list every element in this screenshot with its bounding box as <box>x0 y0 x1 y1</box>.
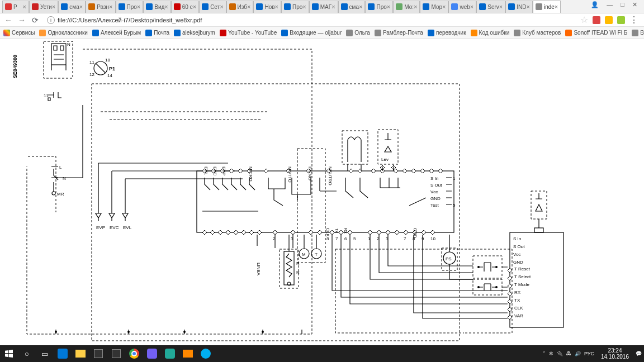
tab-strip: Р×Усти×сма×Разн×Про×Вид×60 с×Сет×Изб×Нов… <box>0 0 644 13</box>
tab-close-icon[interactable]: × <box>555 3 558 10</box>
tab-close-icon[interactable]: × <box>164 3 168 10</box>
tab-close-icon[interactable]: × <box>332 3 335 10</box>
bookmark-4[interactable]: YouTube - YouTube <box>220 30 277 36</box>
tab-close-icon[interactable]: × <box>359 3 362 10</box>
tab-label: Вид <box>154 4 164 10</box>
tab-9[interactable]: Нов× <box>253 1 281 13</box>
tab-3[interactable]: Разн× <box>86 1 115 13</box>
tab-14[interactable]: Мо:× <box>393 1 420 13</box>
minimize-button[interactable]: — <box>607 1 613 8</box>
task-view-button[interactable]: ▭ <box>36 345 54 362</box>
tab-close-icon[interactable]: × <box>302 3 306 10</box>
back-button[interactable]: ← <box>3 15 13 25</box>
tb-store[interactable] <box>89 345 107 362</box>
tab-favicon <box>174 3 181 10</box>
url-field[interactable]: i file:///C:/Users/Алексей-i7/Desktop/in… <box>44 15 577 26</box>
tab-0[interactable]: Р× <box>2 1 29 13</box>
tab-17[interactable]: Serv× <box>476 1 505 13</box>
tab-close-icon[interactable]: × <box>527 3 530 10</box>
tab-close-icon[interactable]: × <box>52 3 55 10</box>
taskbar-clock[interactable]: 23:24 14.10.2016 <box>598 347 632 360</box>
tab-4[interactable]: Про× <box>116 1 144 13</box>
tab-close-icon[interactable]: × <box>137 3 140 10</box>
bookmark-9[interactable]: Код ошибки <box>471 30 510 36</box>
tab-19[interactable]: inde× <box>533 1 561 13</box>
tab-close-icon[interactable]: × <box>247 3 250 10</box>
bookmark-1[interactable]: Алексей Бурым <box>92 30 141 36</box>
tab-12[interactable]: сма× <box>338 1 366 13</box>
tab-close-icon[interactable]: × <box>414 3 417 10</box>
tray-net-icon[interactable]: 🖧 <box>566 351 571 356</box>
bookmark-2[interactable]: Почта <box>145 30 169 36</box>
tab-8[interactable]: Изб× <box>226 1 254 13</box>
apps-button[interactable]: Сервисы <box>3 30 35 36</box>
tab-13[interactable]: Про× <box>365 1 393 13</box>
tab-close-icon[interactable]: × <box>109 3 112 10</box>
tab-1[interactable]: Усти× <box>29 1 58 13</box>
tab-favicon <box>229 3 236 10</box>
svg-text:14: 14 <box>107 73 112 78</box>
start-button[interactable] <box>0 345 18 362</box>
tab-close-icon[interactable]: × <box>470 3 473 10</box>
svg-text:MOTTO: MOTTO <box>287 166 292 183</box>
tab-10[interactable]: Про× <box>281 1 309 13</box>
tab-5[interactable]: Вид× <box>143 1 171 13</box>
tab-15[interactable]: Мор× <box>420 1 448 13</box>
tab-16[interactable]: web× <box>448 1 476 13</box>
bookmark-5[interactable]: Входящие — oljabur <box>281 30 342 36</box>
tray-chevron-icon[interactable]: ˄ <box>543 351 546 356</box>
pdf-content[interactable]: .w{stroke:#000;stroke-width:1.2;fill:non… <box>0 39 644 345</box>
bookmark-8[interactable]: переводчик <box>428 30 466 36</box>
tb-explorer[interactable] <box>72 345 89 362</box>
ext-icon-3[interactable] <box>617 16 625 24</box>
bookmark-10[interactable]: Клуб мастеров <box>514 30 561 36</box>
ext-icon-1[interactable] <box>593 16 600 24</box>
tb-viber[interactable] <box>143 345 161 362</box>
tab-18[interactable]: IND× <box>505 1 533 13</box>
bookmark-7[interactable]: Рамблер-Почта <box>375 30 423 36</box>
tab-6[interactable]: 60 с× <box>171 1 199 13</box>
tab-close-icon[interactable]: × <box>193 3 196 10</box>
tb-chrome[interactable] <box>125 345 143 362</box>
tray-power-icon[interactable]: 🔌 <box>557 351 563 356</box>
ext-icon-2[interactable] <box>605 16 613 24</box>
chrome-menu-icon[interactable]: ⋮ <box>629 15 638 25</box>
tab-2[interactable]: сма× <box>58 1 86 13</box>
reload-button[interactable]: ⟳ <box>30 15 40 25</box>
close-button[interactable]: ✕ <box>632 1 637 8</box>
bookmark-icon <box>220 30 226 36</box>
bookmark-0[interactable]: Одноклассники <box>39 30 87 36</box>
bookmark-6[interactable]: Ольга <box>346 30 370 36</box>
action-center-icon[interactable]: 💬 <box>636 351 642 356</box>
tray-vol-icon[interactable]: 🔊 <box>575 351 581 356</box>
maximize-button[interactable]: □ <box>621 1 624 8</box>
tab-close-icon[interactable]: × <box>23 3 26 10</box>
tb-skype[interactable] <box>197 345 215 362</box>
tab-close-icon[interactable]: × <box>442 3 446 10</box>
tray-lang[interactable]: РУС <box>584 351 594 356</box>
tab-close-icon[interactable]: × <box>387 3 390 10</box>
tb-app2[interactable] <box>179 345 197 362</box>
site-info-icon[interactable]: i <box>47 16 55 24</box>
tb-edge[interactable] <box>54 345 72 362</box>
star-icon[interactable]: ☆ <box>580 15 588 25</box>
forward-button[interactable]: → <box>17 15 27 25</box>
tray-bt-icon[interactable]: ✲ <box>549 351 553 356</box>
tab-7[interactable]: Сет× <box>199 1 226 13</box>
tb-calc[interactable] <box>107 345 125 362</box>
bookmark-12[interactable]: Выполнен импорт <box>632 30 644 36</box>
tab-close-icon[interactable]: × <box>79 3 83 10</box>
svg-text:EVP: EVP <box>96 225 105 230</box>
bookmark-icon <box>514 30 520 36</box>
tab-close-icon[interactable]: × <box>275 3 278 10</box>
tab-close-icon[interactable]: × <box>220 3 223 10</box>
tab-close-icon[interactable]: × <box>499 3 503 10</box>
bookmark-11[interactable]: Sonoff ITEAD Wi Fi Б <box>565 30 627 36</box>
bookmark-3[interactable]: aleksejburym <box>174 30 215 36</box>
tab-label: Сет <box>210 4 220 10</box>
search-button[interactable]: ○ <box>18 345 36 362</box>
tb-app1[interactable] <box>161 345 179 362</box>
window-menu-icon[interactable]: 👤 <box>591 1 599 8</box>
tab-11[interactable]: МАГ× <box>309 1 338 13</box>
svg-point-77 <box>495 266 498 268</box>
